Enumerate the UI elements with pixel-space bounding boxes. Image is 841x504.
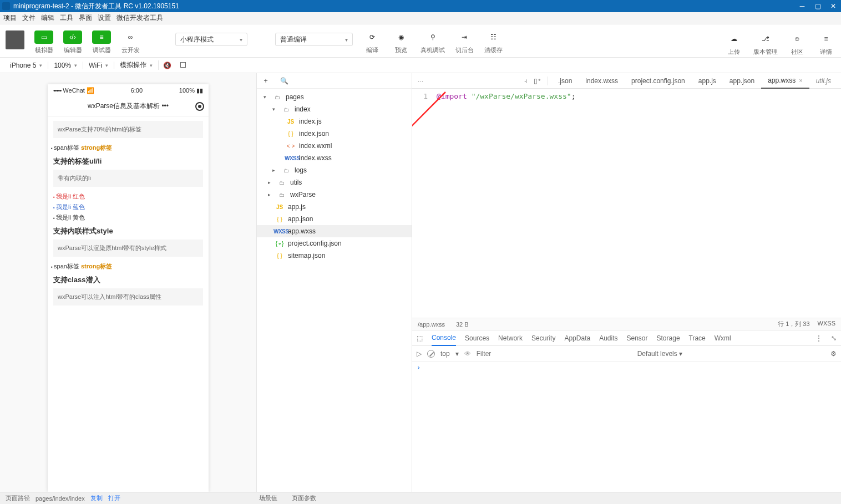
- tab-app-js[interactable]: app.js: [692, 73, 723, 89]
- tab-util-js[interactable]: util.js: [809, 73, 838, 89]
- list-item: 我是li 红色: [53, 192, 203, 201]
- info-box: wxParse可以注入html带有的class属性: [53, 288, 203, 306]
- menu-settings[interactable]: 设置: [98, 13, 111, 23]
- context-select[interactable]: top ▾: [440, 350, 459, 358]
- clear-cache-button[interactable]: ☷清缓存: [484, 30, 503, 54]
- section-heading: 支持内联样式style: [53, 226, 203, 236]
- menu-file[interactable]: 文件: [22, 13, 36, 23]
- page-params-label[interactable]: 页面参数: [292, 494, 316, 502]
- devtab-wxml[interactable]: Wxml: [715, 334, 731, 342]
- console-settings-icon[interactable]: ⚙: [830, 350, 837, 358]
- mode-select[interactable]: 小程序模式: [175, 33, 247, 46]
- open-link[interactable]: 打开: [108, 494, 120, 502]
- file-app-js[interactable]: JSapp.js: [257, 201, 412, 213]
- menu-edit[interactable]: 编辑: [41, 13, 54, 23]
- background-button[interactable]: ⇥切后台: [455, 30, 474, 54]
- devtab-network[interactable]: Network: [498, 334, 523, 342]
- file-index-js[interactable]: JSindex.js: [257, 115, 412, 128]
- copy-link[interactable]: 复制: [90, 494, 103, 502]
- simulator-toolbar: iPhone 5▾ 100%▾ WiFi▾ 模拟操作▾ 🔇: [0, 58, 841, 73]
- tab-index-wxss[interactable]: index.wxss: [579, 73, 625, 89]
- upload-button[interactable]: ☁上传: [725, 32, 743, 56]
- page-path-label: 页面路径: [6, 494, 30, 502]
- close-icon[interactable]: ×: [799, 77, 802, 84]
- info-box: wxParse可以渲染原html带有的style样式: [53, 240, 203, 257]
- file-project-config[interactable]: {⚬}project.config.json: [257, 237, 412, 250]
- menu-ui[interactable]: 界面: [79, 13, 92, 23]
- zoom-select[interactable]: 100%▾: [48, 62, 83, 69]
- window-title: miniprogram-test-2 - 微信开发者工具 RC v1.02.19…: [13, 2, 179, 11]
- devtab-sensor[interactable]: Sensor: [627, 334, 648, 342]
- devtab-security[interactable]: Security: [531, 334, 555, 342]
- devtab-storage[interactable]: Storage: [657, 334, 680, 342]
- cloud-button[interactable]: ∞云开发: [121, 30, 140, 54]
- folder-pages[interactable]: ▾🗀pages: [257, 91, 412, 103]
- file-index-wxml[interactable]: < >index.wxml: [257, 140, 412, 152]
- devtab-sources[interactable]: Sources: [465, 334, 489, 342]
- devtab-appdata[interactable]: AppData: [564, 334, 590, 342]
- detach-icon[interactable]: [176, 62, 190, 69]
- device-select[interactable]: iPhone 5▾: [4, 62, 48, 69]
- sim-ops-select[interactable]: 模拟操作▾: [114, 60, 159, 70]
- version-button[interactable]: ⎇版本管理: [753, 32, 778, 56]
- search-icon[interactable]: 🔍: [280, 77, 288, 85]
- panel-toggle-icon[interactable]: ▯⁺: [530, 77, 544, 85]
- app-icon: [2, 2, 10, 10]
- devtools-panel: ⬚ Console Sources Network Security AppDa…: [412, 330, 841, 492]
- tab-app-wxss[interactable]: app.wxss×: [761, 73, 809, 89]
- menu-devtools[interactable]: 微信开发者工具: [116, 13, 163, 23]
- debugger-toggle[interactable]: ≡调试器: [92, 30, 111, 54]
- minimize-button[interactable]: ─: [794, 0, 810, 12]
- compile-mode-select[interactable]: 普通编译: [275, 33, 353, 46]
- phone-content[interactable]: wxParse支持70%的html的标签 span标签 strong标签 支持的…: [48, 116, 209, 388]
- tab-project-config[interactable]: project.config.json: [625, 73, 692, 89]
- code-editor[interactable]: 1 @import "/wxParse/wxParse.wxss";: [412, 89, 841, 318]
- battery-icon: ▮▮: [196, 87, 203, 94]
- inspect-icon[interactable]: ⬚: [417, 334, 423, 342]
- menu-tools[interactable]: 工具: [60, 13, 73, 23]
- file-app-wxss[interactable]: WXSSapp.wxss: [257, 225, 412, 237]
- file-index-wxss[interactable]: WXSSindex.wxss: [257, 152, 412, 164]
- tabs-overflow-icon[interactable]: ···: [418, 77, 423, 85]
- close-button[interactable]: ✕: [825, 0, 841, 12]
- devtools-more-icon[interactable]: ⋮: [815, 334, 822, 342]
- log-level-select[interactable]: Default levels ▾: [637, 350, 682, 358]
- devtools-dock-icon[interactable]: ⤡: [831, 334, 837, 342]
- remote-debug-button[interactable]: ⚲真机调试: [420, 30, 445, 54]
- console-filter-input[interactable]: [477, 350, 576, 358]
- folder-logs[interactable]: ▸🗀logs: [257, 164, 412, 176]
- devtab-trace[interactable]: Trace: [689, 334, 706, 342]
- console-output[interactable]: ›: [412, 362, 841, 492]
- editor-toggle[interactable]: ‹/›编辑器: [63, 30, 82, 54]
- devtab-console[interactable]: Console: [432, 330, 456, 346]
- simulator-toggle[interactable]: ▭模拟器: [34, 30, 53, 54]
- mute-icon[interactable]: 🔇: [159, 62, 176, 69]
- devtab-audits[interactable]: Audits: [599, 334, 617, 342]
- split-icon[interactable]: ⫞: [520, 77, 530, 85]
- simulator-pane: ••••• WeChat 📶 6:00 100% ▮▮ wxParse信息及基本…: [0, 73, 257, 492]
- tab-json[interactable]: .json: [551, 73, 579, 89]
- new-file-icon[interactable]: ＋: [262, 76, 269, 85]
- community-button[interactable]: ☺社区: [788, 32, 807, 56]
- folder-wxparse[interactable]: ▸🗀wxParse: [257, 189, 412, 201]
- scene-label[interactable]: 场景值: [259, 494, 277, 502]
- preview-button[interactable]: ◉预览: [392, 30, 411, 54]
- compile-button[interactable]: ⟳编译: [363, 30, 382, 54]
- eye-icon[interactable]: 👁: [464, 350, 471, 358]
- file-sitemap-json[interactable]: { }sitemap.json: [257, 250, 412, 262]
- tab-app-json[interactable]: app.json: [723, 73, 761, 89]
- detail-button[interactable]: ≡详情: [817, 32, 835, 56]
- file-size: 32 B: [456, 321, 469, 328]
- file-index-json[interactable]: { }index.json: [257, 128, 412, 140]
- file-app-json[interactable]: { }app.json: [257, 213, 412, 225]
- menu-project[interactable]: 项目: [3, 13, 17, 23]
- user-avatar[interactable]: [6, 30, 24, 49]
- maximize-button[interactable]: ▢: [810, 0, 825, 12]
- folder-utils[interactable]: ▸🗀utils: [257, 176, 412, 189]
- phone-navbar: wxParse信息及基本解析 •••: [48, 96, 209, 116]
- network-select[interactable]: WiFi▾: [83, 62, 114, 69]
- console-play-icon[interactable]: ▷: [417, 350, 422, 358]
- folder-index[interactable]: ▾🗀index: [257, 103, 412, 115]
- nav-close-icon[interactable]: [195, 102, 204, 111]
- clear-console-icon[interactable]: [427, 350, 435, 358]
